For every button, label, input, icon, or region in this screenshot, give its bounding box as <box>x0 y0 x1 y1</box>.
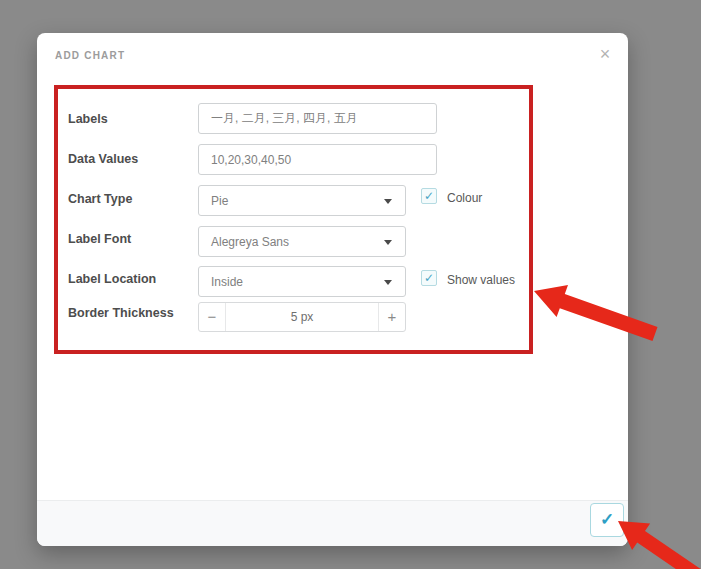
checkmark-icon: ✓ <box>424 271 434 285</box>
chart-type-field-label: Chart Type <box>68 192 132 206</box>
stepper-increment-button[interactable]: + <box>379 303 405 331</box>
label-font-selected-value: Alegreya Sans <box>211 235 289 249</box>
label-location-field-label: Label Location <box>68 272 156 286</box>
checkmark-icon: ✓ <box>424 189 434 203</box>
labels-input[interactable] <box>198 103 437 134</box>
show-values-checkbox[interactable]: ✓ <box>421 270 437 286</box>
border-thickness-stepper: − 5 px + <box>198 302 406 332</box>
chart-type-selected-value: Pie <box>211 194 228 208</box>
label-font-field-label: Label Font <box>68 232 131 246</box>
chevron-down-icon <box>384 240 392 245</box>
dialog-title: ADD CHART <box>55 50 125 61</box>
add-chart-dialog: ADD CHART × Labels Data Values Chart Typ… <box>37 33 628 546</box>
chart-type-select[interactable]: Pie <box>198 185 406 216</box>
data-values-input[interactable] <box>198 144 437 175</box>
chevron-down-icon <box>384 280 392 285</box>
label-font-select[interactable]: Alegreya Sans <box>198 226 406 257</box>
data-values-field-label: Data Values <box>68 152 138 166</box>
confirm-button[interactable]: ✓ <box>590 503 624 537</box>
label-location-select[interactable]: Inside <box>198 266 406 297</box>
annotation-arrow-to-confirm <box>618 521 701 569</box>
stepper-decrement-button[interactable]: − <box>199 303 225 331</box>
page-background: ADD CHART × Labels Data Values Chart Typ… <box>0 0 701 569</box>
close-icon[interactable]: × <box>594 43 616 65</box>
dialog-footer <box>37 500 628 546</box>
chevron-down-icon <box>384 199 392 204</box>
show-values-checkbox-label: Show values <box>447 273 515 287</box>
label-location-selected-value: Inside <box>211 275 243 289</box>
confirm-check-icon: ✓ <box>600 510 614 529</box>
colour-checkbox-label: Colour <box>447 191 482 205</box>
border-thickness-field-label: Border Thickness <box>68 306 174 320</box>
border-thickness-value: 5 px <box>225 303 379 331</box>
labels-field-label: Labels <box>68 112 108 126</box>
colour-checkbox[interactable]: ✓ <box>421 188 437 204</box>
